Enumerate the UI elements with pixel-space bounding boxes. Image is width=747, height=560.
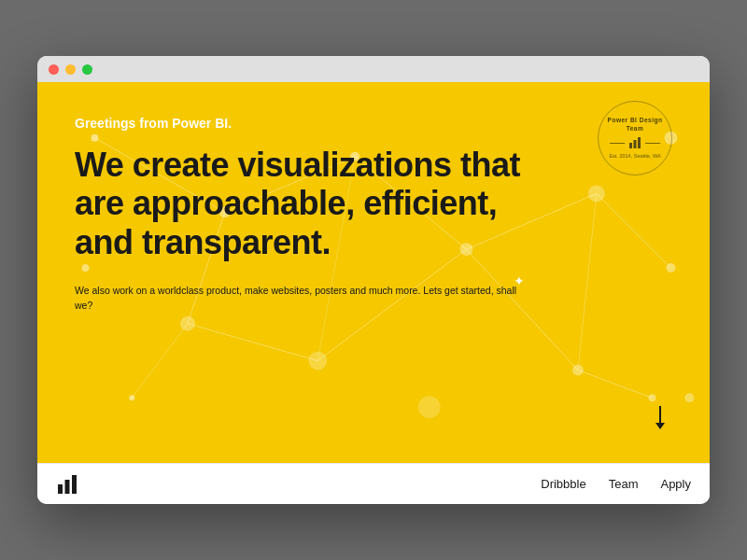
svg-line-6 (188, 324, 317, 361)
svg-point-18 (666, 263, 675, 273)
arrow-line (659, 406, 661, 423)
badge-icon-row (610, 136, 660, 149)
footer-logo (56, 473, 78, 496)
badge: Power BI Design Team Est. 2014, Seattle,… (598, 101, 672, 175)
svg-point-20 (308, 352, 327, 371)
badge-sub: Est. 2014, Seattle, WA (609, 153, 660, 161)
svg-point-27 (684, 393, 694, 402)
powerbi-icon (628, 136, 641, 149)
hero-section: Power BI Design Team Est. 2014, Seattle,… (37, 82, 710, 463)
greeting-text: Greetings from Power BI. (75, 116, 672, 131)
main-content: Power BI Design Team Est. 2014, Seattle,… (37, 82, 710, 504)
svg-point-17 (588, 185, 605, 202)
nav-dribbble[interactable]: Dribbble (541, 477, 585, 491)
svg-line-9 (578, 370, 653, 398)
svg-line-12 (578, 193, 597, 370)
badge-line-right (645, 143, 660, 144)
svg-rect-32 (65, 480, 70, 494)
snowflake-icon: ✦ (514, 273, 525, 288)
svg-rect-28 (629, 143, 632, 148)
svg-point-13 (91, 134, 98, 142)
maximize-button[interactable] (82, 64, 92, 75)
arrow-head (655, 423, 665, 429)
footer-powerbi-icon (56, 473, 78, 496)
footer: Dribbble Team Apply (37, 463, 710, 504)
svg-rect-30 (638, 137, 641, 148)
svg-line-11 (132, 324, 188, 399)
svg-point-25 (418, 396, 441, 418)
subtext: We also work on a worldclass product, ma… (75, 284, 523, 314)
svg-point-19 (180, 316, 195, 331)
svg-point-26 (82, 264, 90, 272)
badge-line-left (610, 143, 625, 144)
svg-rect-31 (58, 484, 63, 494)
title-bar (37, 56, 710, 82)
svg-rect-29 (634, 140, 637, 148)
svg-rect-33 (72, 475, 77, 494)
nav-apply[interactable]: Apply (660, 477, 691, 491)
svg-line-4 (597, 193, 671, 268)
close-button[interactable] (49, 64, 59, 75)
nav-team[interactable]: Team (609, 477, 639, 491)
scroll-down-arrow[interactable] (655, 406, 665, 429)
svg-point-21 (572, 365, 584, 376)
svg-point-22 (649, 394, 656, 401)
minimize-button[interactable] (65, 64, 76, 75)
headline-text: We create visualizations that are approa… (75, 146, 560, 261)
svg-point-23 (129, 395, 134, 400)
footer-navigation: Dribbble Team Apply (541, 477, 691, 491)
browser-window: Power BI Design Team Est. 2014, Seattle,… (37, 56, 710, 504)
